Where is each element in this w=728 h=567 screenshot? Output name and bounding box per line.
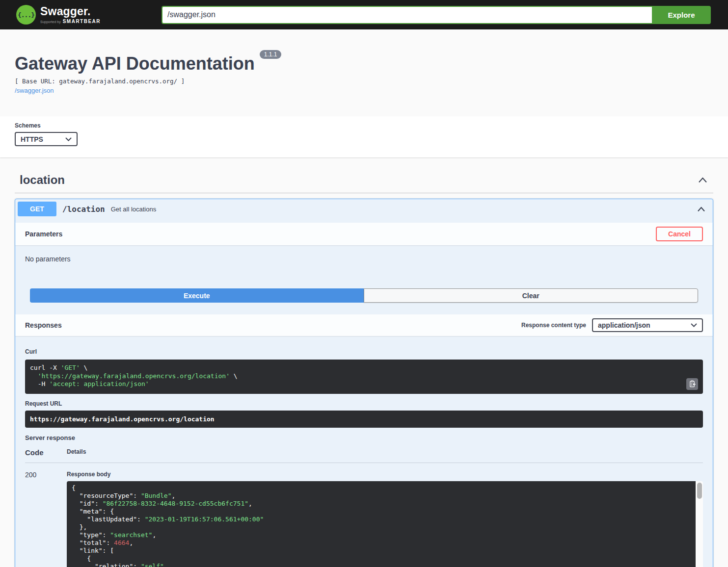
parameters-title: Parameters: [25, 230, 62, 238]
response-body-label: Response body: [67, 471, 703, 478]
copy-to-clipboard-button[interactable]: [686, 378, 698, 390]
clear-button[interactable]: Clear: [364, 288, 699, 303]
cancel-button[interactable]: Cancel: [656, 227, 703, 241]
response-details-cell: Response body { "resourceType": "Bundle"…: [67, 463, 703, 567]
get-method-badge: GET: [18, 202, 56, 216]
schemes-selected-value: HTTPS: [21, 135, 43, 143]
details-column-header: Details: [67, 448, 703, 463]
code-column-header: Code: [25, 448, 67, 463]
page-title: Gateway API Documentation1.1.1: [15, 55, 713, 73]
api-info-section: Gateway API Documentation1.1.1 [ Base UR…: [0, 29, 728, 116]
parameters-header: Parameters Cancel: [15, 223, 713, 245]
explore-button[interactable]: Explore: [652, 6, 711, 24]
server-response-table: Code Details 200 Response body { "resour…: [25, 448, 703, 567]
topbar: {...} Swagger. Supported by SMARTBEAR Ex…: [0, 0, 728, 29]
scrollbar-thumb[interactable]: [697, 483, 702, 499]
request-url-value: https://gateway.farajaland.opencrvs.org/…: [25, 411, 703, 428]
operation-summary-row[interactable]: GET /location Get all locations: [15, 199, 713, 219]
opblock-get-location: GET /location Get all locations Paramete…: [15, 199, 713, 567]
clipboard-copy-icon: [689, 380, 696, 387]
tag-title: location: [20, 173, 65, 187]
response-content-type-value: application/json: [598, 321, 650, 329]
response-content-type-select[interactable]: application/json: [592, 318, 703, 332]
chevron-up-icon: [697, 206, 705, 212]
responses-header: Responses Response content type applicat…: [15, 314, 713, 336]
page-title-text: Gateway API Documentation: [15, 53, 255, 74]
response-body-json: { "resourceType": "Bundle", "id": "86f22…: [67, 481, 696, 567]
execute-button-group: Execute Clear: [15, 270, 713, 310]
chevron-down-icon: [691, 323, 697, 327]
curl-block: curl -X 'GET' \ 'https://gateway.farajal…: [25, 360, 703, 394]
spec-url-input[interactable]: [162, 6, 652, 24]
operation-path: /location: [62, 205, 105, 214]
tag-collapse-button[interactable]: [697, 176, 708, 184]
chevron-down-icon: [65, 137, 72, 141]
responses-title: Responses: [25, 321, 62, 329]
tagline-prefix: Supported by: [40, 20, 61, 24]
spec-json-link[interactable]: /swagger.json: [15, 87, 54, 94]
response-content-type-label: Response content type: [521, 322, 586, 329]
scheme-container: Schemes HTTPS: [0, 116, 728, 157]
smartbear-tagline: Supported by SMARTBEAR: [40, 19, 101, 24]
tagline-brand: SMARTBEAR: [63, 19, 101, 24]
swagger-logo: {...} Swagger. Supported by SMARTBEAR: [16, 5, 101, 25]
spec-url-form: Explore: [162, 6, 711, 24]
response-content-type-group: Response content type application/json: [521, 318, 703, 332]
response-body-scrollbar[interactable]: [696, 481, 703, 567]
schemes-label: Schemes: [15, 122, 713, 129]
request-url-label: Request URL: [25, 400, 703, 407]
execute-button[interactable]: Execute: [30, 288, 364, 303]
swagger-logo-icon: {...}: [16, 5, 36, 25]
schemes-select[interactable]: HTTPS: [15, 132, 78, 146]
operations-wrapper: location GET /location Get all locations…: [0, 167, 728, 567]
responses-inner: Curl curl -X 'GET' \ 'https://gateway.fa…: [15, 336, 713, 567]
no-parameters-text: No parameters: [15, 245, 713, 270]
response-body-block: { "resourceType": "Bundle", "id": "86f22…: [67, 481, 703, 567]
curl-command: curl -X 'GET' \ 'https://gateway.farajal…: [25, 360, 703, 394]
operation-summary: Get all locations: [111, 206, 696, 213]
response-status-code: 200: [25, 463, 67, 567]
swagger-logo-text: Swagger.: [40, 6, 101, 17]
curl-label: Curl: [25, 348, 703, 355]
operation-collapse-button[interactable]: [696, 206, 706, 213]
tag-header-location[interactable]: location: [15, 167, 713, 193]
base-url: [ Base URL: gateway.farajaland.opencrvs.…: [15, 77, 713, 85]
chevron-up-icon: [698, 177, 707, 183]
version-badge: 1.1.1: [260, 50, 282, 59]
server-response-label: Server response: [25, 434, 703, 441]
